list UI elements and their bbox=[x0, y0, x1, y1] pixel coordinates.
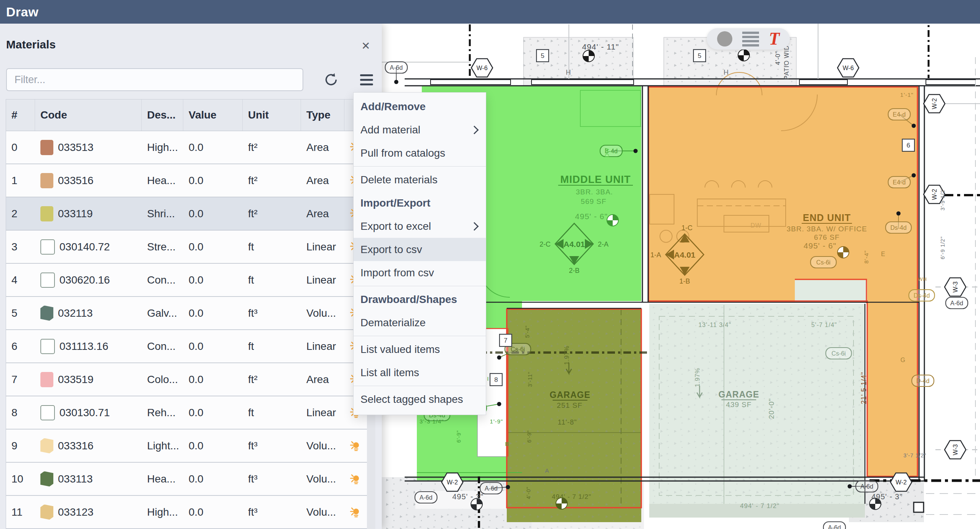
table-row[interactable]: 8030130.71Reh...0.0ftLinear bbox=[6, 396, 367, 430]
table-row[interactable]: 1033516Hea...0.0ft²Area bbox=[6, 164, 367, 197]
menu-item-list-valued-items[interactable]: List valued items bbox=[354, 338, 486, 361]
plan-tag-label: A-6d bbox=[390, 64, 403, 71]
menu-item-label: Dematerialize bbox=[360, 317, 426, 329]
plan-label: GARAGE bbox=[550, 390, 591, 400]
wall-tag-hexagon[interactable]: W-3 bbox=[945, 278, 966, 296]
hamburger-icon bbox=[360, 74, 373, 85]
column-header-des[interactable]: Des... bbox=[142, 99, 183, 131]
unit-areas[interactable] bbox=[417, 86, 918, 522]
tag-anchor-dot bbox=[912, 124, 916, 128]
plan-tag-label: A-6d bbox=[420, 494, 432, 501]
wall-tag-hexagon[interactable]: W-3 bbox=[945, 441, 966, 459]
table-row[interactable]: 4030620.16Con...0.0ftLinear bbox=[6, 264, 367, 297]
plan-tag-label: E4-d bbox=[893, 179, 906, 186]
table-row[interactable]: 7033519Colo...0.0ft²Area bbox=[6, 363, 367, 396]
plan-label: END UNIT bbox=[803, 212, 851, 223]
menu-section-add-remove: Add/Remove bbox=[354, 95, 486, 118]
menu-divider bbox=[354, 336, 486, 336]
material-type: Volu... bbox=[301, 473, 344, 485]
plan-label: 251 SF bbox=[557, 401, 582, 409]
plan-tag-label: Ds-4d bbox=[914, 292, 930, 299]
menu-item-select-tagged-shapes[interactable]: Select tagged shapes bbox=[354, 388, 486, 411]
wall-tag-hexagon[interactable]: W-6 bbox=[471, 59, 493, 77]
material-swatch bbox=[40, 438, 53, 454]
close-icon[interactable]: ✕ bbox=[357, 37, 374, 54]
table-row[interactable]: 10033113Hea...0.0ft³Volu... bbox=[6, 463, 367, 496]
material-unit: ft bbox=[243, 340, 301, 353]
table-row[interactable]: 3030140.72Stre...0.0ftLinear bbox=[6, 231, 367, 264]
column-header-type[interactable]: Type bbox=[301, 99, 344, 131]
row-index: 10 bbox=[6, 473, 35, 485]
material-type: Area bbox=[301, 141, 344, 154]
text-tool-icon[interactable]: T bbox=[769, 30, 780, 48]
filter-input[interactable] bbox=[6, 68, 303, 91]
shape-tool-icon[interactable] bbox=[717, 31, 732, 46]
plan-tag-label: Ds-4d bbox=[890, 224, 907, 231]
table-row[interactable]: 2033119Shri...0.0ft²Area bbox=[6, 197, 367, 231]
material-swatch bbox=[40, 471, 53, 487]
refresh-button[interactable] bbox=[320, 68, 343, 91]
column-header-unit[interactable]: Unit bbox=[243, 99, 301, 131]
material-bulb-cell[interactable] bbox=[344, 473, 367, 485]
menu-item-delete-materials[interactable]: Delete materials bbox=[354, 168, 486, 191]
wall-tag-label: W-6 bbox=[842, 65, 853, 71]
plan-label: 4'-0" bbox=[775, 51, 781, 65]
wall-tag-hexagon[interactable]: W-6 bbox=[837, 59, 859, 77]
table-row[interactable]: 0033513High...0.0ft²Area bbox=[6, 131, 367, 164]
menu-item-export-to-excel[interactable]: Export to excel bbox=[354, 215, 486, 238]
menu-item-label: Export to csv bbox=[360, 244, 422, 256]
callout-view-label: 2-B bbox=[569, 267, 580, 274]
row-index: 2 bbox=[6, 208, 35, 220]
panel-menu-button[interactable] bbox=[355, 68, 378, 91]
wall-tag-label: W-2 bbox=[931, 189, 938, 200]
material-swatch bbox=[40, 306, 53, 321]
material-type: Volu... bbox=[301, 440, 344, 452]
menu-item-dematerialize[interactable]: Dematerialize bbox=[354, 311, 486, 334]
table-row[interactable]: 5032113Galv...0.0ft³Volu... bbox=[6, 297, 367, 330]
plan-label: 494' - 7 1/2" bbox=[740, 502, 780, 510]
table-row[interactable]: 6031113.16Con...0.0ftLinear bbox=[6, 330, 367, 363]
wall-tag-hexagon[interactable]: W-2 bbox=[924, 95, 945, 113]
plan-label: 5'-7 1/4" bbox=[811, 322, 837, 328]
table-row[interactable]: 9033316Light...0.0ft³Volu... bbox=[6, 430, 367, 463]
material-bulb-cell[interactable] bbox=[344, 440, 367, 452]
row-index: 8 bbox=[6, 407, 35, 419]
plan-label: 13'-11 3/4" bbox=[698, 322, 731, 328]
material-value: 0.0 bbox=[183, 307, 243, 319]
material-unit: ft bbox=[243, 241, 301, 253]
column-header-value[interactable]: Value bbox=[183, 99, 243, 131]
materials-table: #CodeDes...ValueUnitType0033513High...0.… bbox=[6, 99, 368, 529]
chevron-right-icon bbox=[470, 125, 479, 134]
wall-tag-label: W-2 bbox=[447, 479, 458, 486]
material-swatch bbox=[40, 405, 55, 420]
menu-section-drawboard-shapes: Drawboard/Shapes bbox=[354, 288, 486, 311]
menu-item-export-to-csv[interactable]: Export to csv bbox=[354, 238, 486, 261]
column-header-code[interactable]: Code bbox=[35, 99, 142, 131]
tag-anchor-dot bbox=[497, 356, 501, 360]
material-unit: ft³ bbox=[243, 307, 301, 319]
column-header-[interactable]: # bbox=[6, 99, 35, 131]
plan-label: 4'-0" bbox=[525, 487, 532, 499]
plan-label: A bbox=[545, 467, 549, 474]
material-value: 0.0 bbox=[183, 274, 243, 286]
plan-label: 11'-8" bbox=[558, 418, 577, 426]
plan-label: 6'-9" bbox=[456, 430, 462, 443]
keynote-label: 5 bbox=[541, 52, 544, 59]
wall-tag-hexagon[interactable]: W-2 bbox=[890, 473, 912, 491]
menu-divider bbox=[354, 286, 486, 286]
menu-item-add-material[interactable]: Add material bbox=[354, 118, 486, 141]
wall-tag-hexagon[interactable]: W-2 bbox=[442, 473, 463, 491]
layers-tool-icon[interactable] bbox=[742, 32, 759, 46]
menu-section-import-export: Import/Export bbox=[354, 191, 486, 215]
menu-item-list-all-items[interactable]: List all items bbox=[354, 361, 486, 384]
material-bulb-cell[interactable] bbox=[344, 506, 367, 518]
menu-item-import-from-csv[interactable]: Import from csv bbox=[354, 261, 486, 284]
app-title: Draw bbox=[6, 5, 38, 19]
menu-item-pull-from-catalogs[interactable]: Pull from catalogs bbox=[354, 141, 486, 165]
table-row[interactable]: 11033123High...0.0ft³Volu... bbox=[6, 496, 367, 529]
drawing-toolbar: T bbox=[707, 28, 790, 50]
material-type: Linear bbox=[301, 340, 344, 353]
app-window: A-6dB-4dE4-dE4-dDs-4dDs-4dCs-6iCs-6iCs-6… bbox=[0, 0, 980, 529]
plan-label: DW bbox=[751, 222, 762, 229]
menu-item-label: Select tagged shapes bbox=[360, 393, 463, 406]
